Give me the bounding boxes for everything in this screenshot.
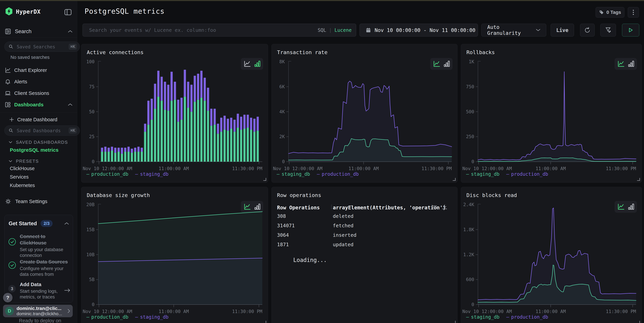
more-options-button[interactable] [628, 7, 639, 18]
line-chart-toggle-icon[interactable] [433, 60, 440, 67]
saved-dashboards-input[interactable] [16, 128, 69, 134]
get-started-step-add-data[interactable]: 3 Add Data Start sending logs, metrics, … [8, 281, 70, 300]
resize-handle[interactable] [263, 321, 266, 323]
refresh-button[interactable] [580, 24, 594, 36]
search-icon [8, 128, 13, 133]
line-chart-toggle-icon[interactable] [617, 204, 625, 210]
legend-label: staging_db [282, 171, 310, 177]
sidebar-item-postgresql-metrics[interactable]: PostgreSQL metrics [10, 147, 58, 153]
sort-rows-icon[interactable] [432, 204, 438, 210]
chevron-up-icon[interactable] [68, 30, 72, 33]
sidebar-item-dashboards[interactable]: Dashboards [5, 100, 72, 109]
step-desc: Start sending logs, metrics, or traces [20, 288, 62, 300]
granularity-select[interactable]: Auto Granularity [481, 24, 546, 36]
table-cell-value[interactable]: 314071 [277, 223, 295, 228]
get-started-step-connect[interactable]: Connect to ClickHouse Set up your databa… [8, 233, 69, 258]
check-circle-icon [8, 261, 16, 269]
table-cell-operation[interactable]: fetched [333, 223, 354, 228]
sidebar-item-chart-explorer[interactable]: Chart Explorer [5, 66, 72, 75]
saved-dashboards-group[interactable]: SAVED DASHBOARDS [9, 140, 68, 145]
download-csv-icon[interactable] [442, 204, 448, 210]
sql-toggle[interactable]: SQL [318, 28, 326, 33]
sidebar-item-services[interactable]: Services [10, 174, 28, 180]
legend-item[interactable]: —production_db [506, 314, 548, 320]
resize-handle[interactable] [637, 321, 640, 323]
legend-item[interactable]: —production_db [86, 171, 128, 177]
table-cell-value[interactable]: 308 [277, 213, 286, 219]
bar-chart-toggle-icon[interactable] [254, 60, 260, 67]
saved-dashboards-search[interactable]: ⌘K [4, 126, 80, 136]
bar-chart-toggle-icon[interactable] [628, 60, 634, 67]
chevron-up-icon[interactable] [64, 222, 69, 225]
chart-plot: 20B15B10B5B0Nov 10 12:00:00 AM11:00:00 A… [81, 187, 268, 323]
chevron-up-icon[interactable] [68, 103, 72, 106]
resize-handle[interactable] [453, 321, 456, 323]
table-cell-value[interactable]: 3064 [277, 232, 289, 238]
sidebar-item-client-sessions[interactable]: Client Sessions [5, 88, 72, 98]
svg-text:11:00:00 AM: 11:00:00 AM [536, 166, 566, 171]
legend-item[interactable]: —staging_db [135, 314, 168, 320]
event-search-input[interactable] [83, 27, 316, 33]
legend-item[interactable]: —staging_db [277, 171, 310, 177]
date-range-picker[interactable]: Nov 10 00:00:00 - Nov 11 00:00:00 [360, 24, 478, 36]
legend-item[interactable]: —production_db [317, 171, 359, 177]
svg-text:0: 0 [472, 302, 474, 307]
column-header-value[interactable]: Row Operations [277, 204, 320, 210]
collapse-sidebar-icon[interactable] [64, 9, 72, 16]
svg-text:75: 75 [89, 84, 94, 89]
chart-title: Disc blocks read [466, 192, 517, 198]
sidebar-item-kubernetes[interactable]: Kubernetes [10, 183, 35, 188]
legend-item[interactable]: —staging_db [466, 314, 500, 320]
table-cell-operation[interactable]: deleted [333, 213, 354, 219]
lucene-toggle[interactable]: Lucene [334, 28, 352, 33]
resize-handle[interactable] [263, 178, 266, 181]
step-desc: Configure where your data comes from [20, 266, 69, 277]
svg-text:Nov 10 12:00:00 AM: Nov 10 12:00:00 AM [462, 309, 512, 314]
line-chart-toggle-icon[interactable] [244, 204, 251, 210]
run-query-button[interactable] [622, 24, 639, 36]
tags-button[interactable]: 0 Tags [596, 7, 624, 18]
hyperdx-dashboard: { "app": { "name": "HyperDX" }, "colors"… [0, 0, 644, 323]
peek-banner-text: Ready to deploy on [19, 318, 61, 323]
line-chart-toggle-icon[interactable] [244, 60, 251, 67]
resize-handle[interactable] [453, 178, 456, 181]
bar-chart-toggle-icon[interactable] [254, 204, 260, 210]
column-header-operation[interactable]: arrayElement(Attributes, 'operation') [333, 204, 446, 210]
bar-chart-toggle-icon[interactable] [444, 60, 450, 67]
svg-text:600: 600 [466, 277, 474, 282]
sidebar-item-clickhouse[interactable]: ClickHouse [10, 166, 35, 171]
legend-item[interactable]: —staging_db [466, 171, 500, 177]
line-chart-toggle-icon[interactable] [617, 60, 625, 67]
user-menu[interactable]: D dominic.tran@clic... dominic.tran@clic… [3, 305, 73, 317]
filter-edit-icon [605, 27, 611, 33]
help-button[interactable]: ? [3, 293, 12, 302]
get-started-step-datasources[interactable]: Create Data Sources Configure where your… [8, 258, 69, 277]
presets-group[interactable]: PRESETS [9, 159, 39, 164]
step-desc: Set up your database connection [20, 247, 69, 258]
live-button[interactable]: Live [551, 24, 574, 36]
shortcut-badge: ⌘K [69, 128, 77, 134]
sidebar-item-alerts[interactable]: Alerts [5, 77, 72, 86]
filter-button[interactable] [600, 24, 616, 36]
svg-text:11:00:00 AM: 11:00:00 AM [536, 309, 566, 314]
hyperdx-logo-icon[interactable] [5, 7, 13, 16]
svg-text:10B: 10B [86, 252, 94, 257]
sidebar-item-team-settings[interactable]: Team Settings [5, 197, 73, 206]
resize-handle[interactable] [637, 178, 640, 181]
table-cell-operation[interactable]: updated [333, 242, 354, 248]
user-name: dominic.tran@clic... [16, 306, 67, 311]
play-icon [628, 28, 633, 33]
legend-label: production_db [511, 314, 548, 320]
legend-item[interactable]: —production_db [506, 171, 548, 177]
saved-searches-input[interactable] [16, 44, 69, 50]
sidebar-section-search[interactable]: Search [5, 27, 72, 36]
table-cell-value[interactable]: 1871 [277, 242, 289, 248]
saved-searches-search[interactable]: ⌘K [4, 42, 80, 52]
table-cell-operation[interactable]: inserted [333, 232, 356, 238]
calendar-icon [366, 28, 371, 33]
legend-item[interactable]: —production_db [86, 314, 128, 320]
legend-item[interactable]: —staging_db [135, 171, 168, 177]
legend-swatch: — [317, 171, 320, 177]
create-dashboard-button[interactable]: Create Dashboard [10, 115, 70, 124]
bar-chart-toggle-icon[interactable] [628, 204, 634, 210]
